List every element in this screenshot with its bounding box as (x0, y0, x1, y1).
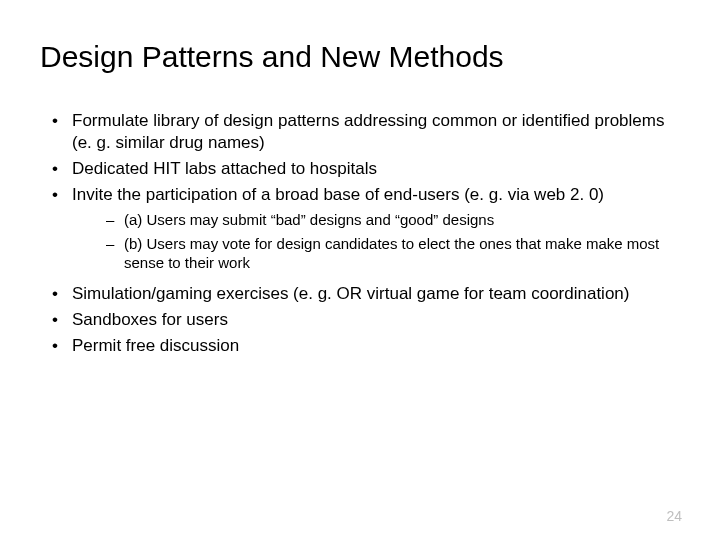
list-item: Dedicated HIT labs attached to hospitals (44, 158, 680, 180)
list-item: (a) Users may submit “bad” designs and “… (100, 210, 680, 230)
list-item: Invite the participation of a broad base… (44, 184, 680, 273)
list-item: Simulation/gaming exercises (e. g. OR vi… (44, 283, 680, 305)
list-item: Permit free discussion (44, 335, 680, 357)
bullet-list: Formulate library of design patterns add… (40, 110, 680, 357)
list-item: Formulate library of design patterns add… (44, 110, 680, 154)
list-item: (b) Users may vote for design candidates… (100, 234, 680, 273)
page-number: 24 (666, 508, 682, 524)
list-item: Sandboxes for users (44, 309, 680, 331)
slide: Design Patterns and New Methods Formulat… (0, 0, 720, 540)
list-item-text: Invite the participation of a broad base… (72, 185, 604, 204)
slide-title: Design Patterns and New Methods (40, 40, 680, 74)
sublist: (a) Users may submit “bad” designs and “… (72, 210, 680, 273)
